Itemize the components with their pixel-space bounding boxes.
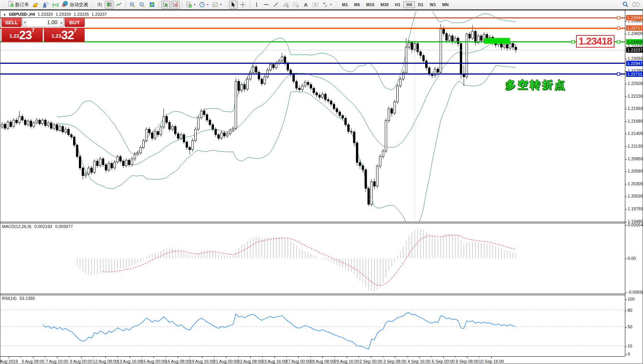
rsi-tick: 15 <box>625 344 632 348</box>
one-click-trading-panel: SELL ▼ ▲ BUY 1.23 23 7 1.23 32 7 <box>2 18 85 42</box>
time-tick-label: 29 Aug 16:00 <box>334 359 359 364</box>
price-badge: 1.23717 <box>626 25 643 31</box>
sell-price-small: 1.23 <box>9 31 19 41</box>
timeframe-h4[interactable]: H4 <box>403 1 415 8</box>
horizontal-line-icon[interactable] <box>262 1 271 9</box>
price-tick: 1.22230 <box>625 94 643 98</box>
price-badge: 1.23418 <box>626 39 643 45</box>
time-tick-label: 7 Aug 16:00 <box>46 359 68 364</box>
volume-up-button[interactable]: ▲ <box>59 18 63 27</box>
svg-text:E: E <box>287 5 289 8</box>
time-tick-label: 3 Sep 08:00 <box>383 359 406 364</box>
quote-low: 1.23235 <box>73 12 89 17</box>
time-tick-label: 16 Aug 08:00 <box>165 359 190 364</box>
templates-button[interactable]: ▼ <box>211 1 223 9</box>
timeframe-group: M1M5M15M30H1H4D1W1MN <box>339 1 452 8</box>
price-tick: 1.20030 <box>625 194 643 198</box>
vertical-line-icon[interactable] <box>252 1 261 9</box>
price-callout-label[interactable]: 1.23418 <box>576 35 615 48</box>
sell-price-big: 23 <box>19 30 32 41</box>
time-tick-label: 2 Sep 00:00 <box>359 359 382 364</box>
buy-price-small: 1.23 <box>52 31 61 41</box>
svg-text:T: T <box>314 3 317 7</box>
rsi-tick: 50 <box>625 324 632 329</box>
time-tick-label: 19 Aug 16:00 <box>190 359 215 364</box>
sell-button[interactable]: SELL <box>2 18 22 27</box>
timeframe-h1[interactable]: H1 <box>392 1 403 8</box>
chart-line-icon[interactable] <box>114 1 123 9</box>
crosshair-icon[interactable] <box>239 1 247 9</box>
rsi-tick: 100 <box>625 297 635 301</box>
timeframe-m1[interactable]: M1 <box>339 1 351 8</box>
signal-icon[interactable] <box>51 1 60 9</box>
toolbar-grip[interactable] <box>3 2 5 8</box>
zoom-out-icon[interactable] <box>138 1 147 9</box>
text-icon[interactable]: A <box>301 1 310 9</box>
zoom-in-icon[interactable] <box>128 1 137 9</box>
rsi-value: 53.1355 <box>20 296 35 301</box>
indicators-button[interactable]: ▼ <box>185 1 197 9</box>
toolbar: 新订单 自动交易 ▼ <box>0 0 643 10</box>
price-tick: 1.23055 <box>625 56 643 61</box>
auto-trading-button[interactable]: 自动交易 <box>61 1 89 9</box>
fibonacci-icon[interactable]: F <box>291 1 301 9</box>
chat-icon[interactable] <box>631 1 641 9</box>
cursor-icon[interactable] <box>229 1 238 9</box>
chart-shift-icon[interactable] <box>171 1 180 9</box>
equidistant-channel-icon[interactable]: E <box>281 1 291 9</box>
new-order-label: 新订单 <box>15 2 29 8</box>
sell-price-box[interactable]: 1.23 23 7 <box>2 28 43 42</box>
gold-icon[interactable] <box>31 1 40 9</box>
quote-close: 1.23237 <box>92 12 107 17</box>
window-collapse-icon[interactable]: ▲ <box>3 13 6 16</box>
price-tick: 1.20305 <box>625 181 643 186</box>
timeframe-m15[interactable]: M15 <box>363 1 377 8</box>
arrows-button[interactable]: ▼ <box>321 1 333 9</box>
time-tick-label: 28 Aug 08:00 <box>310 359 335 364</box>
chart-header: ▲ GBPUSD-,H4 1.23320 1.23339 1.23235 1.2… <box>3 12 107 17</box>
svg-text:F: F <box>297 5 299 8</box>
time-tick-label: 9 Aug 00:00 <box>70 359 93 364</box>
timeframe-m5[interactable]: M5 <box>351 1 363 8</box>
new-order-button[interactable]: 新订单 <box>7 1 30 9</box>
rsi-panel[interactable] <box>0 10 625 360</box>
macd-name: MACD(12,26,9) <box>2 224 31 229</box>
time-tick-label: 23 Aug 16:00 <box>262 359 287 364</box>
tile-windows-icon[interactable] <box>147 1 156 9</box>
history-center-icon[interactable] <box>41 1 50 9</box>
chevron-down-icon: ▼ <box>330 3 332 6</box>
toolbar-grip[interactable] <box>335 2 337 8</box>
trendline-icon[interactable] <box>272 1 281 9</box>
price-axis[interactable]: 1.238801.236051.233301.230551.227801.225… <box>625 10 643 356</box>
timeframe-w1[interactable]: W1 <box>426 1 439 8</box>
time-tick-label: 22 Aug 08:00 <box>238 359 263 364</box>
toolbar-grip[interactable] <box>225 2 227 8</box>
chevron-down-icon: ▼ <box>207 3 209 6</box>
periods-button[interactable]: ▼ <box>198 1 210 9</box>
toolbar-grip[interactable] <box>91 2 93 8</box>
buy-button[interactable]: BUY <box>65 18 85 27</box>
timeframe-m30[interactable]: M30 <box>377 1 392 8</box>
macd-tick: 0.005543 <box>625 223 643 227</box>
price-tick: 1.19755 <box>625 206 643 211</box>
chart-candles-icon[interactable] <box>105 1 114 9</box>
svg-text:A: A <box>304 2 308 8</box>
chart-window: ▲ GBPUSD-,H4 1.23320 1.23339 1.23235 1.2… <box>0 10 643 364</box>
text-label-icon[interactable]: T <box>311 1 320 9</box>
rsi-line[interactable] <box>43 313 516 349</box>
chart-bars-icon[interactable] <box>95 1 104 9</box>
buy-price-big: 32 <box>61 30 73 41</box>
buy-price-box[interactable]: 1.23 32 7 <box>44 28 85 42</box>
price-tick: 1.23605 <box>625 31 643 36</box>
volume-down-button[interactable]: ▼ <box>23 18 27 27</box>
timeframe-d1[interactable]: D1 <box>415 1 426 8</box>
volume-input[interactable] <box>27 18 59 27</box>
time-tick-label: 15 Aug 00:00 <box>141 359 166 364</box>
search-icon[interactable] <box>621 1 630 9</box>
macd-value2: 0.003077 <box>55 224 73 229</box>
chart-annotation-text[interactable]: 多空转折点 <box>505 78 567 92</box>
time-axis[interactable]: Aug 20196 Aug 08:007 Aug 16:009 Aug 00:0… <box>0 356 625 364</box>
auto-scroll-icon[interactable] <box>161 1 170 9</box>
chevron-down-icon: ▼ <box>194 3 196 6</box>
timeframe-mn[interactable]: MN <box>439 1 452 8</box>
